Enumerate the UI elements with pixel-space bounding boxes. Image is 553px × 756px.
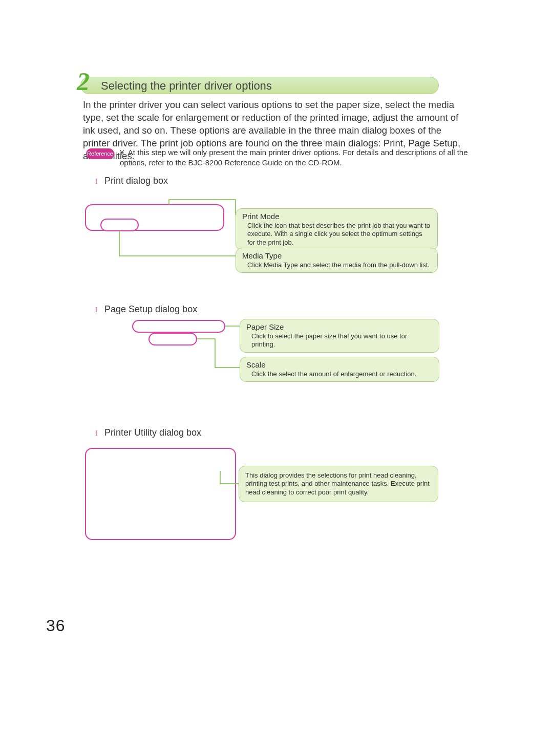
step-number: 2 — [77, 67, 90, 96]
callout-scale: Scale Click the select the amount of enl… — [240, 357, 439, 382]
dialog-field-scale — [148, 333, 197, 345]
callout-body: Click Media Type and select the media fr… — [242, 261, 431, 269]
callout-paper-size: Paper Size Click to select the paper siz… — [240, 319, 439, 353]
reference-text: ¥ At this step we will only present the … — [120, 147, 468, 167]
step-title: Selecting the printer driver options — [101, 79, 272, 93]
reference-body: At this step we will only present the ma… — [120, 148, 468, 167]
bullet-marker: l — [95, 306, 97, 314]
callout-body: Click the select the amount of enlargeme… — [246, 370, 433, 378]
dialog-field-paper-size — [132, 320, 225, 333]
bullet-marker: l — [95, 178, 97, 186]
section-title-print: Print dialog box — [104, 176, 168, 186]
callout-head: Print Mode — [242, 212, 431, 221]
callout-head: Media Type — [242, 251, 431, 260]
dialog-thumb-utility — [85, 448, 236, 540]
reference-badge: Reference — [86, 148, 114, 159]
callout-head: Scale — [246, 360, 433, 369]
callout-body: This dialog provides the selections for … — [245, 471, 432, 496]
callout-body: Click the icon that best describes the p… — [242, 222, 431, 247]
callout-media-type: Media Type Click Media Type and select t… — [236, 248, 438, 273]
bullet-marker: l — [95, 429, 97, 438]
dialog-field-highlight — [100, 219, 139, 231]
document-page: 2 Selecting the printer driver options I… — [0, 0, 553, 756]
section-title-utility: Printer Utility dialog box — [104, 427, 201, 438]
section-title-pagesetup: Page Setup dialog box — [104, 304, 197, 315]
reference-bullet: ¥ — [120, 148, 124, 157]
callout-utility: This dialog provides the selections for … — [239, 466, 438, 502]
callout-print-mode: Print Mode Click the icon that best desc… — [236, 208, 438, 250]
callout-body: Click to select the paper size that you … — [246, 332, 433, 349]
callout-head: Paper Size — [246, 322, 433, 331]
page-number: 36 — [46, 616, 66, 635]
